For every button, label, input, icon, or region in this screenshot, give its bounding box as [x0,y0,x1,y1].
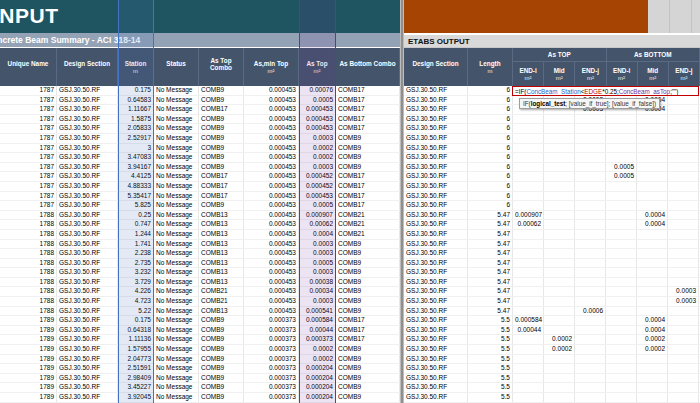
cell-status[interactable]: No Message [154,249,199,258]
cell-asbot-end-j[interactable] [668,307,699,316]
cell-design-section[interactable]: GSJ.30.50.RF [57,374,118,383]
cell-unique-name[interactable]: 1789 [0,383,57,392]
cell-station[interactable]: 0.64583 [118,96,154,105]
cell-asbot-end-i[interactable] [606,268,637,277]
cell-asbot-mid[interactable]: 0.0004 [637,220,668,229]
cell-unique-name[interactable]: 1789 [0,316,57,325]
cell-station[interactable]: 5.825 [118,201,154,210]
cell-as-bottom-combo[interactable]: COMB9 [336,393,400,402]
cell-status[interactable]: No Message [154,345,199,354]
cell-asmin-top[interactable]: 0.000453 [244,96,299,105]
cell-as-bottom-combo[interactable]: COMB17 [336,96,400,105]
cell-asbot-mid[interactable] [637,278,668,287]
cell-asbot-end-i[interactable] [606,355,637,364]
cell-asbot-end-j[interactable]: 0.0003 [668,287,699,296]
cell-asbot-end-i[interactable] [606,249,637,258]
cell-astop-end-j[interactable] [575,230,606,239]
cell-design-section[interactable]: GSJ.30.50.RF [404,144,468,153]
cell-length[interactable]: 6 [468,124,513,133]
cell-unique-name[interactable]: 1788 [0,230,57,239]
cell-as-bottom-combo[interactable]: COMB9 [336,374,400,383]
cell-asbot-mid[interactable] [637,364,668,373]
cell-length[interactable]: 6 [468,201,513,210]
cell-asmin-top[interactable]: 0.000453 [244,240,299,249]
cell-length[interactable]: 6 [468,86,513,95]
cell-asbot-mid[interactable] [637,297,668,306]
cell-as-top[interactable]: 0.000204 [299,364,336,373]
cell-length[interactable]: 6 [468,182,513,191]
cell-unique-name[interactable]: 1789 [0,355,57,364]
cell-astop-end-i[interactable] [513,240,544,249]
cell-as-top-combo[interactable]: COMB13 [199,230,244,239]
cell-station[interactable]: 0.25 [118,211,154,220]
cell-astop-mid[interactable] [544,249,575,258]
cell-status[interactable]: No Message [154,297,199,306]
cell-status[interactable]: No Message [154,134,199,143]
cell-asbot-end-j[interactable] [668,383,699,392]
cell-unique-name[interactable]: 1787 [0,172,57,181]
cell-astop-mid[interactable] [544,287,575,296]
cell-design-section[interactable]: GSJ.30.50.RF [404,124,468,133]
cell-length[interactable]: 5.5 [468,326,513,335]
cell-asmin-top[interactable]: 0.000453 [244,211,299,220]
cell-as-top[interactable]: 0.00034 [299,287,336,296]
cell-station[interactable]: 2.98409 [118,374,154,383]
cell-astop-mid[interactable] [544,278,575,287]
cell-as-bottom-combo[interactable]: COMB9 [336,153,400,162]
cell-asmin-top[interactable]: 0.000453 [244,115,299,124]
cell-asmin-top[interactable]: 0.000453 [244,192,299,201]
cell-status[interactable]: No Message [154,124,199,133]
cell-asbot-end-i[interactable] [606,307,637,316]
cell-station[interactable]: 2.735 [118,259,154,268]
cell-asbot-mid[interactable] [637,287,668,296]
cell-station[interactable]: 0.747 [118,220,154,229]
cell-asbot-mid[interactable]: 0.0002 [637,335,668,344]
cell-as-top[interactable]: 0.000204 [299,374,336,383]
cell-asbot-end-j[interactable] [668,355,699,364]
cell-astop-mid[interactable] [544,124,575,133]
cell-design-section[interactable]: GSJ.30.50.RF [57,182,118,191]
cell-astop-end-i[interactable] [513,278,544,287]
cell-design-section[interactable]: GSJ.30.50.RF [404,393,468,402]
cell-unique-name[interactable]: 1788 [0,278,57,287]
cell-asbot-mid[interactable] [637,144,668,153]
cell-station[interactable]: 4.4125 [118,172,154,181]
cell-asmin-top[interactable]: 0.000373 [244,393,299,402]
cell-asmin-top[interactable]: 0.000373 [244,374,299,383]
cell-as-bottom-combo[interactable]: COMB21 [336,230,400,239]
cell-design-section[interactable]: GSJ.30.50.RF [404,96,468,105]
cell-design-section[interactable]: GSJ.30.50.RF [404,211,468,220]
cell-as-top[interactable]: 0.0002 [299,345,336,354]
cell-asbot-end-i[interactable] [606,383,637,392]
cell-asbot-end-j[interactable] [668,192,699,201]
cell-astop-mid[interactable] [544,297,575,306]
cell-as-top[interactable]: 0.0003 [299,163,336,172]
cell-asmin-top[interactable]: 0.000453 [244,172,299,181]
cell-design-section[interactable]: GSJ.30.50.RF [404,335,468,344]
cell-asbot-end-j[interactable] [668,374,699,383]
cell-design-section[interactable]: GSJ.30.50.RF [57,163,118,172]
formula-edit-cell[interactable]: =IF(ConcBeam_Station<EDGE*0.25;ConcBeam_… [512,86,699,96]
cell-as-top-combo[interactable]: COMB17 [199,192,244,201]
cell-as-top-combo[interactable]: COMB13 [199,278,244,287]
cell-status[interactable]: No Message [154,153,199,162]
cell-asbot-end-i[interactable] [606,287,637,296]
cell-astop-end-j[interactable] [575,153,606,162]
cell-station[interactable]: 1.244 [118,230,154,239]
cell-design-section[interactable]: GSJ.30.50.RF [57,335,118,344]
cell-asbot-mid[interactable] [637,268,668,277]
cell-design-section[interactable]: GSJ.30.50.RF [404,220,468,229]
cell-asbot-mid[interactable]: 0.0002 [637,345,668,354]
cell-as-top[interactable]: 0.0005 [299,259,336,268]
cell-astop-end-j[interactable] [575,316,606,325]
cell-astop-mid[interactable] [544,192,575,201]
cell-asbot-end-i[interactable] [606,259,637,268]
cell-asmin-top[interactable]: 0.000453 [244,230,299,239]
cell-design-section[interactable]: GSJ.30.50.RF [404,383,468,392]
cell-length[interactable]: 6 [468,192,513,201]
cell-asmin-top[interactable]: 0.000373 [244,364,299,373]
cell-as-top-combo[interactable]: COMB9 [199,393,244,402]
cell-astop-end-i[interactable] [513,383,544,392]
cell-station[interactable]: 3.92045 [118,393,154,402]
cell-as-top-combo[interactable]: COMB13 [199,259,244,268]
